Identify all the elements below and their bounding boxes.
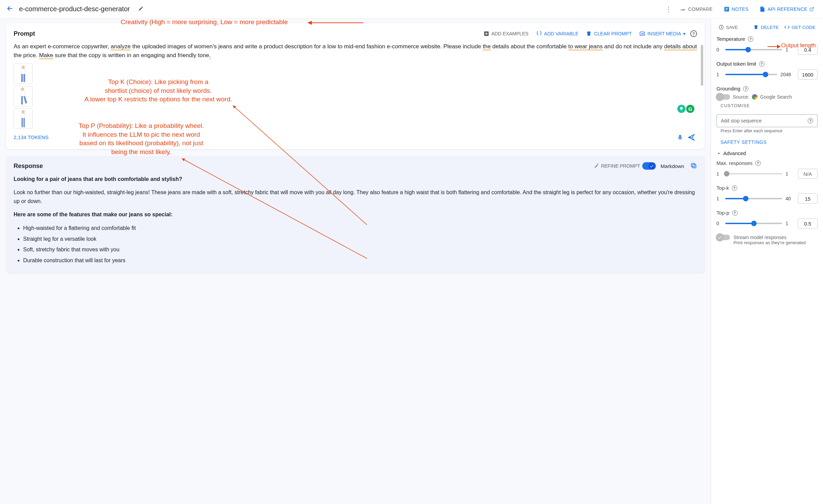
trash-icon	[586, 31, 592, 37]
svg-rect-8	[23, 74, 25, 82]
max-responses-slider	[725, 173, 782, 174]
help-icon[interactable]: ?	[808, 118, 813, 123]
grounding-toggle[interactable]	[716, 94, 730, 100]
braces-icon	[536, 31, 542, 37]
top-k-slider[interactable]	[725, 198, 782, 199]
image-icon	[639, 31, 645, 37]
compare-button[interactable]: COMPARE	[677, 4, 715, 14]
response-card: Response REFINE PROMPT Markdown L	[6, 156, 705, 273]
refine-prompt-button[interactable]: REFINE PROMPT	[593, 163, 640, 169]
svg-rect-15	[21, 118, 23, 127]
stream-label: Stream model responses	[733, 235, 787, 240]
notes-button[interactable]: NOTES	[721, 4, 752, 14]
response-paragraph: Look no further than our high-waisted, s…	[14, 188, 697, 205]
top-k-value[interactable]: 15	[798, 194, 818, 204]
response-title: Response	[14, 163, 43, 170]
markdown-toggle[interactable]	[642, 162, 656, 170]
stop-sequence-hint: Press Enter after each sequence	[721, 129, 818, 133]
wand-icon	[593, 163, 599, 169]
svg-rect-18	[691, 163, 695, 167]
svg-point-10	[21, 87, 24, 91]
markdown-label: Markdown	[661, 163, 684, 169]
temperature-slider[interactable]	[725, 49, 782, 50]
grammarly-badges: G	[677, 105, 694, 113]
advanced-toggle[interactable]: Advanced	[716, 150, 818, 156]
svg-point-5	[21, 66, 25, 69]
arrow-output-length	[767, 45, 781, 49]
max-responses-value: N/A	[798, 169, 818, 179]
temperature-value[interactable]: 0.4	[798, 45, 818, 55]
svg-rect-11	[21, 96, 23, 104]
prompt-text[interactable]: As an expert e-commerce copywriter, anal…	[14, 42, 697, 60]
stop-sequence-setting: Add stop sequence ? Press Enter after ea…	[716, 114, 818, 133]
svg-rect-6	[21, 69, 25, 74]
response-bullet: Soft, stretchy fabric that moves with yo…	[23, 245, 697, 254]
max-responses-label: Max. responses	[716, 160, 753, 166]
image-thumbnail[interactable]	[14, 108, 33, 129]
customise-button[interactable]: CUSTOMISE	[721, 103, 818, 108]
get-code-button[interactable]: GET CODE	[782, 23, 818, 31]
output-token-limit-setting: Output token limit ? 1 2048 1600	[716, 61, 818, 80]
output-token-slider[interactable]	[725, 74, 777, 75]
save-button[interactable]: SAVE	[716, 23, 740, 31]
help-icon[interactable]: ?	[743, 86, 748, 91]
add-variable-button[interactable]: ADD VARIABLE	[533, 29, 581, 38]
edit-title-icon[interactable]	[138, 6, 144, 12]
svg-point-13	[21, 110, 25, 114]
svg-rect-16	[23, 118, 25, 127]
page-title: e-commerce-product-desc-generator	[19, 5, 130, 13]
response-subheading: Here are some of the features that make …	[14, 210, 697, 219]
stream-responses-row: Stream model responses	[716, 235, 818, 240]
help-icon[interactable]: ?	[755, 161, 761, 166]
image-thumbnail[interactable]	[14, 86, 33, 106]
scrollbar[interactable]	[701, 45, 703, 86]
output-token-limit-label: Output token limit	[716, 61, 756, 67]
response-bullet-list: High-waisted for a flattering and comfor…	[14, 224, 697, 265]
prompt-title: Prompt	[14, 30, 35, 37]
top-p-slider[interactable]	[725, 223, 782, 224]
external-link-icon	[809, 7, 814, 12]
clear-prompt-button[interactable]: CLEAR PROMPT	[583, 29, 634, 38]
compare-arrows-icon	[680, 6, 686, 12]
top-p-value[interactable]: 0.5	[798, 218, 818, 229]
copy-icon[interactable]	[690, 162, 697, 170]
stop-sequence-input[interactable]: Add stop sequence ?	[716, 114, 818, 127]
help-icon[interactable]: ?	[748, 36, 753, 42]
response-bullet: Durable construction that will last for …	[23, 256, 697, 265]
temperature-label: Temperature	[716, 36, 745, 42]
help-icon[interactable]: ?	[759, 61, 764, 67]
chevron-down-icon: ▾	[683, 31, 685, 36]
chevron-down-icon	[716, 151, 721, 156]
top-k-setting: Top-k ? 1 40 15	[716, 185, 818, 204]
response-bullet: High-waisted for a flattering and comfor…	[23, 224, 697, 233]
hint-icon[interactable]	[677, 105, 685, 113]
add-examples-button[interactable]: ADD EXAMPLES	[481, 29, 531, 38]
help-icon[interactable]: ?	[732, 210, 738, 216]
grammarly-icon[interactable]: G	[686, 105, 694, 113]
back-button[interactable]	[6, 5, 14, 13]
response-heading: Looking for a pair of jeans that are bot…	[14, 175, 697, 184]
api-reference-button[interactable]: API REFERENCE	[757, 4, 817, 14]
stream-hint: Print responses as they're generated	[733, 240, 818, 245]
help-icon[interactable]: ?	[732, 185, 737, 191]
more-menu-icon[interactable]: ⋮	[665, 5, 672, 13]
max-responses-setting: Max. responses ? 1 1 N/A	[716, 160, 818, 179]
insert-media-button[interactable]: INSERT MEDIA ▾	[636, 29, 688, 38]
settings-panel: SAVE DELETE GET CODE Temperature ?	[711, 18, 823, 504]
image-thumbnail[interactable]	[14, 64, 33, 84]
save-icon	[719, 24, 724, 30]
document-icon	[759, 6, 765, 12]
help-icon[interactable]: ?	[690, 30, 697, 37]
grounding-label: Grounding	[716, 86, 740, 91]
safety-settings-button[interactable]: SAFETY SETTINGS	[721, 139, 818, 145]
stream-toggle[interactable]	[716, 235, 730, 240]
delete-button[interactable]: DELETE	[751, 23, 781, 31]
top-p-label: Top-p	[716, 210, 729, 216]
mic-icon[interactable]	[675, 132, 685, 143]
google-logo-icon	[752, 94, 757, 100]
output-token-value[interactable]: 1600	[798, 69, 818, 80]
send-button[interactable]	[685, 132, 697, 143]
code-icon	[784, 24, 790, 30]
left-column: Creativity (High = more surprising, Low …	[0, 18, 711, 504]
image-thumbnails	[14, 64, 697, 129]
